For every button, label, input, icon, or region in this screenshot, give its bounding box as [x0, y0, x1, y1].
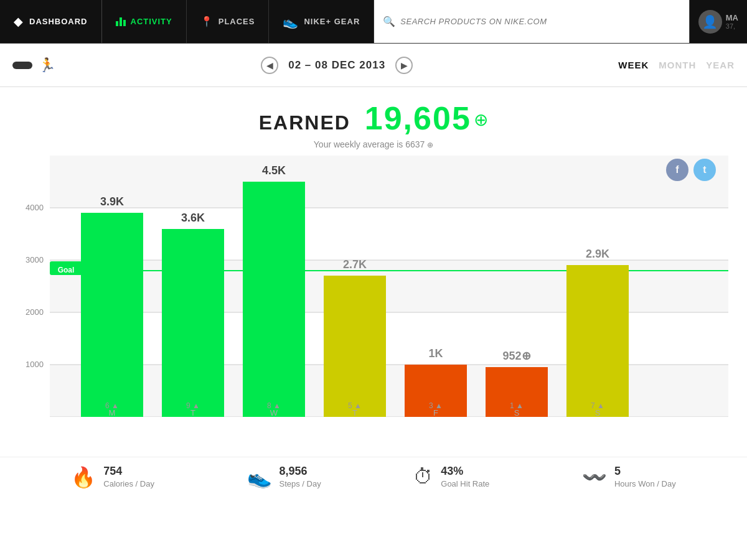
steps-label: Steps / Day	[280, 479, 321, 488]
avg-info-icon: ⊕	[427, 141, 433, 149]
earned-value: 19,605	[365, 100, 471, 136]
nav-dashboard[interactable]: ◆ DASHBOARD	[0, 0, 102, 43]
svg-text:T: T	[352, 408, 357, 417]
svg-text:2000: 2000	[26, 307, 44, 317]
nav-places[interactable]: 📍 PLACES	[187, 0, 270, 43]
stat-goal-hit: ⏱ 43% Goal Hit Rate	[413, 465, 489, 489]
svg-text:F: F	[433, 408, 438, 417]
profile-stat: 37,	[726, 22, 738, 30]
sub-navigation: 🏃 ◀ 02 – 08 DEC 2013 ▶ WEEK MONTH YEAR	[0, 44, 747, 87]
wave-icon: 〰️	[582, 465, 607, 489]
calories-value: 754	[103, 465, 154, 478]
svg-rect-0	[50, 156, 728, 208]
earned-section: EARNED 19,605 ⊕ Your weekly average is 6…	[19, 93, 728, 149]
steps-icon: 👟	[247, 465, 272, 489]
places-label: PLACES	[218, 17, 255, 26]
svg-text:S: S	[514, 408, 520, 417]
chart-area: 4000 3000 2000 1000 Goal 3.9K 6 ▲	[19, 156, 728, 454]
svg-text:W: W	[270, 408, 278, 417]
main-content: EARNED 19,605 ⊕ Your weekly average is 6…	[0, 87, 747, 454]
goal-hit-value: 43%	[441, 465, 489, 478]
prev-date-button[interactable]: ◀	[261, 57, 278, 74]
profile-avatar: 👤	[698, 10, 722, 34]
stat-steps: 👟 8,956 Steps / Day	[247, 465, 321, 489]
top-navigation: ◆ DASHBOARD ACTIVITY 📍 PLACES 👟 NIKE+ GE…	[0, 0, 747, 44]
stats-row: 🔥 754 Calories / Day 👟 8,956 Steps / Day…	[0, 457, 747, 497]
view-toggles: WEEK MONTH YEAR	[618, 60, 735, 70]
svg-rect-27	[324, 276, 386, 417]
bar-chart: 4000 3000 2000 1000 Goal 3.9K 6 ▲	[19, 156, 728, 417]
runner-icon: 🏃	[39, 57, 55, 73]
svg-text:2.7K: 2.7K	[343, 258, 367, 271]
svg-rect-15	[81, 213, 143, 417]
date-navigation: ◀ 02 – 08 DEC 2013 ▶	[55, 57, 618, 74]
search-icon: 🔍	[383, 16, 395, 27]
svg-rect-23	[243, 182, 305, 417]
clock-icon: ⏱	[413, 465, 433, 488]
activity-icon	[116, 17, 126, 26]
flame-icon: 🔥	[71, 465, 96, 489]
gear-label: NIKE+ GEAR	[304, 17, 360, 26]
year-toggle[interactable]: YEAR	[706, 60, 735, 70]
svg-text:3000: 3000	[26, 255, 44, 264]
goal-hit-label: Goal Hit Rate	[441, 479, 489, 488]
stat-calories: 🔥 754 Calories / Day	[71, 465, 154, 489]
svg-text:Goal: Goal	[58, 266, 75, 274]
month-toggle[interactable]: MONTH	[659, 60, 696, 70]
svg-text:T: T	[190, 408, 195, 417]
next-date-button[interactable]: ▶	[395, 57, 413, 74]
svg-text:4.5K: 4.5K	[262, 164, 286, 177]
profile-name: MA	[726, 13, 738, 22]
week-toggle[interactable]: WEEK	[618, 60, 649, 70]
calories-label: Calories / Day	[103, 479, 154, 488]
search-input[interactable]	[400, 17, 680, 26]
steps-value: 8,956	[280, 465, 321, 478]
hours-won-label: Hours Won / Day	[614, 479, 676, 488]
nav-activity[interactable]: ACTIVITY	[102, 0, 187, 43]
svg-text:2.9K: 2.9K	[586, 248, 609, 260]
earned-label: EARNED	[259, 111, 350, 134]
svg-text:952⊕: 952⊕	[502, 350, 530, 362]
activity-label: ACTIVITY	[131, 17, 172, 26]
dashboard-label: DASHBOARD	[29, 17, 88, 26]
svg-rect-19	[162, 229, 224, 417]
svg-text:1K: 1K	[428, 347, 443, 360]
nav-gear[interactable]: 👟 NIKE+ GEAR	[269, 0, 374, 43]
weekly-average: Your weekly average is 6637 ⊕	[19, 139, 728, 149]
svg-text:4000: 4000	[26, 203, 44, 212]
svg-text:1000: 1000	[26, 360, 44, 369]
svg-text:M: M	[109, 408, 116, 417]
activity-icons: 🏃	[12, 57, 55, 73]
search-bar[interactable]: 🔍	[374, 0, 689, 43]
location-icon: 📍	[200, 16, 214, 27]
earned-plus-icon: ⊕	[474, 110, 488, 129]
svg-rect-39	[566, 265, 629, 417]
shoe-icon: 👟	[283, 14, 299, 29]
fuelband-icon	[12, 62, 32, 69]
nav-profile[interactable]: 👤 MA 37,	[690, 0, 747, 43]
svg-text:S: S	[595, 408, 601, 417]
svg-text:3.6K: 3.6K	[181, 212, 205, 224]
stat-hours-won: 〰️ 5 Hours Won / Day	[582, 465, 676, 489]
svg-text:3.9K: 3.9K	[100, 195, 124, 208]
date-range: 02 – 08 DEC 2013	[288, 59, 385, 72]
hours-won-value: 5	[614, 465, 676, 478]
